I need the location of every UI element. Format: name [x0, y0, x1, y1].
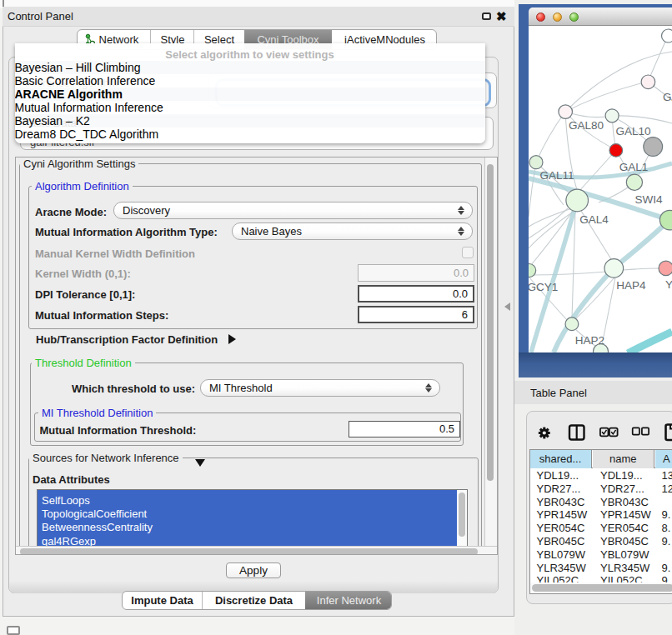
svg-text:GAL10: GAL10 — [615, 125, 650, 138]
svg-text:GAL1: GAL1 — [619, 161, 649, 173]
svg-text:HAP2: HAP2 — [575, 334, 604, 347]
svg-text:GAL11: GAL11 — [539, 169, 574, 182]
svg-text:SWI4: SWI4 — [634, 193, 662, 206]
svg-text:GAL: GAL — [663, 91, 672, 103]
svg-text:GAL80: GAL80 — [569, 119, 604, 132]
svg-text:Y: Y — [665, 278, 672, 291]
svg-text:GCY1: GCY1 — [529, 281, 558, 293]
svg-text:GAL4: GAL4 — [579, 213, 609, 226]
svg-text:HAP4: HAP4 — [616, 279, 646, 292]
